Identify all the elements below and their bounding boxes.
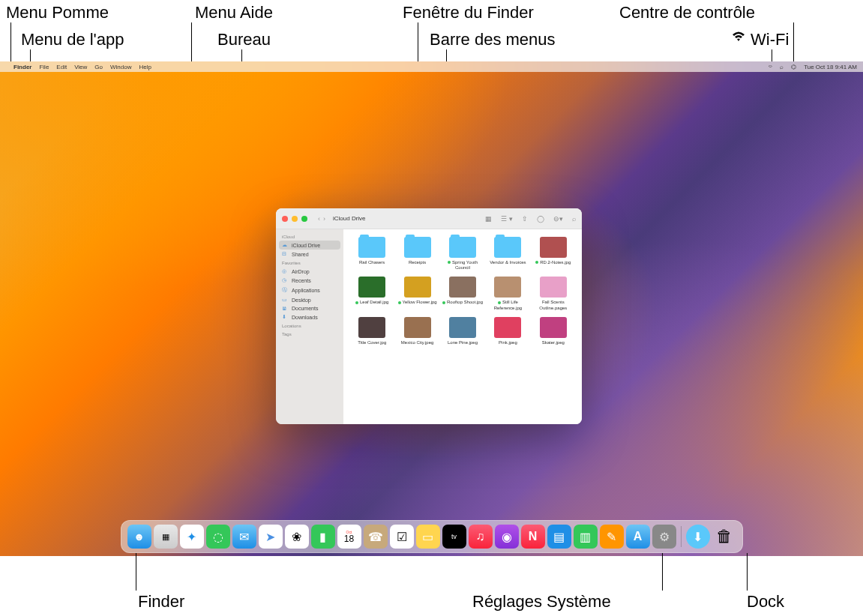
menu-window[interactable]: Window — [110, 64, 131, 70]
sidebar-item-label: iCloud Drive — [292, 243, 320, 248]
callout-line — [136, 553, 136, 591]
finder-window: ‹ › iCloud Drive ▦ ☰ ▾ ⇧ ◯ ⊖▾ ⌕ iCloud ☁… — [276, 208, 582, 424]
dock-app-mail[interactable]: ✉ — [232, 525, 256, 549]
forward-button[interactable]: › — [323, 215, 325, 223]
search-button[interactable]: ⌕ — [572, 215, 576, 223]
group-button[interactable]: ☰ ▾ — [501, 215, 513, 223]
dock-app-tv[interactable]: tv — [442, 525, 466, 549]
shared-icon: ⊟ — [282, 251, 289, 257]
sidebar-item-shared[interactable]: ⊟ Shared — [276, 250, 343, 259]
desktop-icon: ▭ — [282, 297, 289, 303]
back-button[interactable]: ‹ — [318, 215, 320, 223]
file-thumbnail-icon — [358, 277, 385, 298]
dock-app-notes[interactable]: ▭ — [416, 525, 440, 549]
datetime[interactable]: Tue Oct 18 9:41 AM — [804, 64, 857, 70]
file-name: Yellow Flower.jpg — [398, 300, 437, 305]
file-thumbnail-icon — [358, 317, 385, 338]
dock-app-podcasts[interactable]: ◉ — [495, 525, 519, 549]
sidebar-section-tags: Tags — [276, 330, 343, 338]
view-icons-button[interactable]: ▦ — [485, 215, 492, 223]
action-button[interactable]: ⊖▾ — [553, 215, 563, 223]
file-item[interactable]: Fall Scents Outline.pages — [532, 277, 574, 310]
dock-app-settings[interactable]: ⚙ — [652, 525, 676, 549]
sidebar-item-recents[interactable]: ◷ Recents — [276, 276, 343, 285]
file-name: Lone Pine.jpeg — [448, 340, 478, 345]
dock-app-maps[interactable]: ➤ — [259, 525, 283, 549]
file-item[interactable]: Receipts — [396, 237, 438, 271]
sidebar-item-airdrop[interactable]: ◎ AirDrop — [276, 267, 343, 276]
dock-app-messages[interactable]: ◌ — [206, 525, 230, 549]
callout-centre-controle: Centre de contrôle — [619, 3, 755, 22]
file-name: Pink.jpeg — [499, 340, 517, 345]
dock-app-photos[interactable]: ❀ — [285, 525, 309, 549]
control-center-icon[interactable]: ⌬ — [791, 64, 796, 70]
callout-barre-menus: Barre des menus — [430, 30, 556, 49]
dock-app-appstore[interactable]: A — [626, 525, 650, 549]
sidebar-item-desktop[interactable]: ▭ Desktop — [276, 295, 343, 304]
dock-app-numbers[interactable]: ▥ — [574, 525, 598, 549]
file-name: Still Life Reference.jpg — [487, 300, 529, 310]
wifi-status-icon[interactable]: ⌔ — [769, 64, 772, 70]
dock-app-launchpad[interactable]: ▦ — [154, 525, 178, 549]
dock-app-reminders[interactable]: ☑ — [390, 525, 414, 549]
file-item[interactable]: Rooftop Shoot.jpg — [442, 277, 484, 310]
file-name: Mexico City.jpeg — [401, 340, 434, 345]
file-item[interactable]: Rail Chasers — [351, 237, 393, 271]
sidebar-item-applications[interactable]: Ⓐ Applications — [276, 285, 343, 295]
file-item[interactable]: Yellow Flower.jpg — [396, 277, 438, 310]
dock-app-keynote[interactable]: ▤ — [547, 525, 571, 549]
menu-help[interactable]: Help — [139, 64, 151, 70]
download-icon: ⬇ — [282, 314, 289, 320]
file-item[interactable]: RD.2-Notes.jpg — [532, 237, 574, 271]
menu-go[interactable]: Go — [94, 64, 103, 70]
callout-line — [662, 553, 663, 591]
finder-toolbar: ‹ › iCloud Drive ▦ ☰ ▾ ⇧ ◯ ⊖▾ ⌕ — [276, 208, 582, 229]
sidebar-item-label: Desktop — [292, 298, 311, 303]
file-item[interactable]: Title Cover.jpg — [351, 317, 393, 345]
file-item[interactable]: Mexico City.jpeg — [396, 317, 438, 345]
desktop[interactable]: Finder File Edit View Go Window Help ⌔ ⌕… — [0, 61, 863, 556]
sidebar-item-icloud-drive[interactable]: ☁ iCloud Drive — [279, 241, 340, 250]
tag-dot-icon — [398, 301, 401, 304]
file-item[interactable]: Still Life Reference.jpg — [487, 277, 529, 310]
file-item[interactable]: Vendor & Invoices — [487, 237, 529, 271]
spotlight-icon[interactable]: ⌕ — [780, 64, 784, 70]
dock-app-pages[interactable]: ✎ — [600, 525, 624, 549]
calendar-day: 18 — [344, 534, 354, 543]
finder-content[interactable]: Rail ChasersReceiptsSpring Youth Council… — [343, 229, 582, 424]
dock-app-facetime[interactable]: ▮ — [311, 525, 335, 549]
file-name: Skater.jpeg — [542, 340, 565, 345]
file-item[interactable]: Skater.jpeg — [532, 317, 574, 345]
file-thumbnail-icon — [404, 317, 431, 338]
menu-edit[interactable]: Edit — [56, 64, 67, 70]
close-button[interactable] — [282, 216, 288, 222]
dock-downloads[interactable]: ⬇ — [686, 525, 710, 549]
file-thumbnail-icon — [449, 317, 476, 338]
callout-wifi: Wi-Fi — [751, 30, 789, 49]
minimize-button[interactable] — [292, 216, 298, 222]
file-thumbnail-icon — [540, 317, 567, 338]
dock-app-safari[interactable]: ✦ — [180, 525, 204, 549]
tags-button[interactable]: ◯ — [537, 215, 544, 223]
file-name: RD.2-Notes.jpg — [535, 260, 571, 265]
app-menu[interactable]: Finder — [13, 64, 31, 70]
dock-app-contacts[interactable]: ☎ — [364, 525, 388, 549]
menu-file[interactable]: File — [39, 64, 49, 70]
menu-view[interactable]: View — [74, 64, 87, 70]
file-item[interactable]: Leaf Detail.jpg — [351, 277, 393, 310]
dock-trash[interactable]: 🗑 — [712, 525, 736, 549]
finder-title: iCloud Drive — [333, 215, 366, 222]
file-name: Fall Scents Outline.pages — [532, 300, 574, 310]
dock-app-news[interactable]: N — [521, 525, 545, 549]
sidebar-item-documents[interactable]: 🗎 Documents — [276, 304, 343, 312]
dock-app-finder[interactable]: ☻ — [127, 525, 151, 549]
file-item[interactable]: Pink.jpeg — [487, 317, 529, 345]
dock-app-calendar[interactable]: Oct 18 — [337, 525, 361, 549]
sidebar-item-label: Recents — [292, 278, 311, 283]
zoom-button[interactable] — [301, 216, 307, 222]
dock-app-music[interactable]: ♫ — [469, 525, 493, 549]
share-button[interactable]: ⇧ — [522, 215, 528, 223]
sidebar-item-downloads[interactable]: ⬇ Downloads — [276, 312, 343, 321]
file-item[interactable]: Spring Youth Council — [442, 237, 484, 271]
file-item[interactable]: Lone Pine.jpeg — [442, 317, 484, 345]
